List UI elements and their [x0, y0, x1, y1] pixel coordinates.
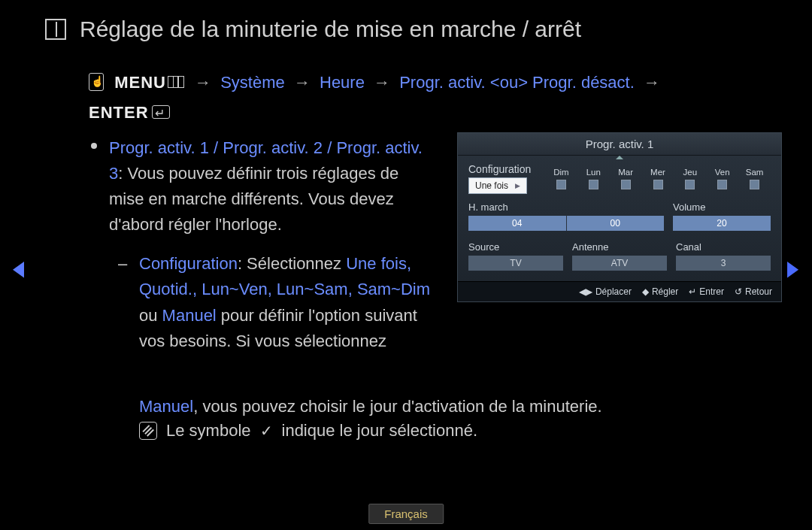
config-label: Configuration: [139, 254, 238, 273]
hmarch-hour[interactable]: 04: [468, 216, 567, 231]
nav-next[interactable]: ▶: [785, 256, 801, 280]
day-dim[interactable]: Dim: [545, 168, 577, 189]
day-mar[interactable]: Mar: [610, 168, 642, 189]
note-icon: [139, 422, 157, 440]
antenne-label: Antenne: [572, 241, 667, 253]
arrow-sep: →: [289, 73, 315, 92]
hmarch-min[interactable]: 00: [567, 216, 665, 231]
hand-icon: [89, 73, 104, 91]
day-mer[interactable]: Mer: [642, 168, 674, 189]
enter-label: ENTER: [89, 103, 149, 122]
footer-return: ↺Retour: [735, 286, 772, 297]
panel-footer: ◀▶Déplacer ◆Régler ↵Entrer ↺Retour: [458, 281, 781, 301]
bullet-icon: [91, 143, 97, 149]
footer-enter: ↵Entrer: [689, 286, 724, 297]
antenne-value[interactable]: ATV: [572, 256, 667, 271]
canal-value[interactable]: 3: [676, 256, 771, 271]
nav-prev[interactable]: ◀: [11, 256, 27, 280]
path-heure: Heure: [320, 73, 365, 92]
volume-value[interactable]: 20: [673, 216, 771, 231]
path-systeme: Système: [220, 73, 285, 92]
language-button[interactable]: Français: [368, 504, 444, 524]
day-sam[interactable]: Sam: [738, 168, 771, 189]
days-row: Dim Lun Mar Mer Jeu Ven Sam: [545, 168, 771, 189]
check-icon: ✓: [260, 422, 273, 440]
arrow-sep: →: [190, 73, 216, 92]
footer-move: ◀▶Déplacer: [579, 286, 632, 297]
manuel-text: Manuel: [162, 306, 217, 325]
timer-panel: Progr. activ. 1 Configuration Une fois ▶…: [457, 132, 782, 302]
config-value: Une fois: [475, 180, 508, 191]
dropdown-arrow-icon: ▶: [515, 182, 520, 189]
source-value[interactable]: TV: [468, 256, 563, 271]
page-title: Réglage de la minuterie de mise en march…: [80, 17, 581, 42]
book-icon: [45, 19, 66, 40]
volume-label: Volume: [673, 201, 771, 213]
hmarch-label: H. march: [468, 201, 664, 213]
menu-label: MENU: [114, 73, 166, 92]
menu-icon: [168, 76, 184, 88]
panel-config-label: Configuration: [468, 163, 538, 175]
ou-text: ou: [139, 306, 162, 325]
config-dropdown[interactable]: Une fois ▶: [468, 177, 527, 194]
note-row: Le symbole ✓ indique le jour sélectionné…: [139, 421, 477, 441]
arrow-sep: →: [639, 73, 665, 92]
note-text-2: indique le jour sélectionné.: [282, 421, 478, 441]
manuel2-text: Manuel: [139, 397, 193, 416]
day-lun[interactable]: Lun: [577, 168, 610, 189]
footer-adjust: ◆Régler: [642, 286, 678, 297]
path-progr: Progr. activ. <ou> Progr. désact.: [399, 73, 635, 92]
breadcrumb: MENU → Système → Heure → Progr. activ. <…: [89, 68, 767, 127]
config-colon: : Sélectionnez: [238, 254, 346, 273]
dash-icon: –: [118, 251, 127, 277]
enter-icon: [152, 105, 170, 119]
continued-text: Manuel, vous pouvez choisir le jour d'ac…: [139, 394, 767, 419]
day-ven[interactable]: Ven: [706, 168, 738, 189]
source-label: Source: [468, 241, 563, 253]
arrow-sep: →: [369, 73, 395, 92]
panel-title: Progr. activ. 1: [458, 133, 781, 156]
day-jeu[interactable]: Jeu: [674, 168, 706, 189]
body-text: Progr. activ. 1 / Progr. activ. 2 / Prog…: [109, 135, 432, 354]
canal-label: Canal: [676, 241, 771, 253]
note-text-1: Le symbole: [166, 421, 251, 441]
tail2-text: , vous pouvez choisir le jour d'activati…: [193, 397, 601, 416]
progr-activ-desc: : Vous pouvez définir trois réglages de …: [109, 164, 398, 234]
